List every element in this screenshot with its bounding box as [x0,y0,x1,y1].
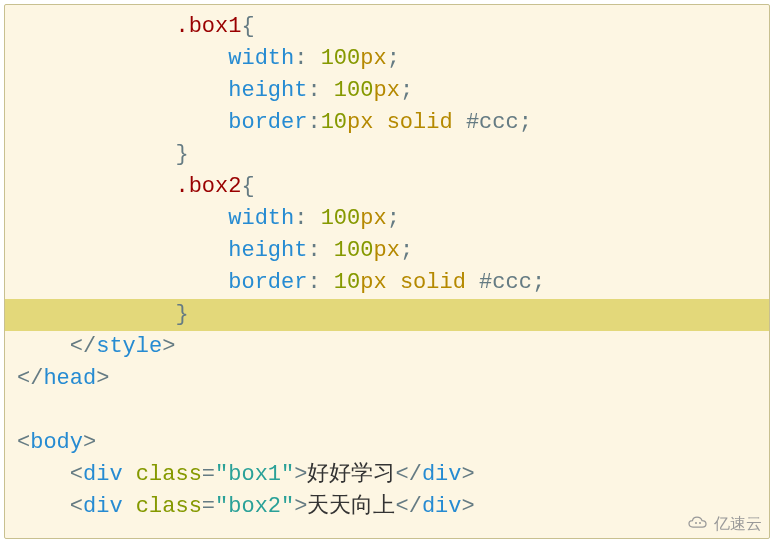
css-value-unit: px [360,46,386,71]
html-text: 天天向上 [307,494,395,519]
brace-open: { [241,174,254,199]
colon: : [307,270,320,295]
tag-bracket: > [461,494,474,519]
css-property: border [228,270,307,295]
semicolon: ; [387,46,400,71]
tag-slash: / [30,366,43,391]
css-value-keyword: solid [400,270,466,295]
tag-bracket: < [17,430,30,455]
css-value-unit: px [360,270,386,295]
code-editor: .box1{ width: 100px; height: 100px; bord… [4,4,770,539]
css-property: border [228,110,307,135]
css-value-unit: px [347,110,373,135]
code-line: </style> [5,331,769,363]
code-line: <body> [5,427,769,459]
css-selector: .box2 [175,174,241,199]
colon: : [294,206,307,231]
semicolon: ; [532,270,545,295]
code-line: } [5,139,769,171]
semicolon: ; [400,238,413,263]
css-value-color: #ccc [466,110,519,135]
css-value-number: 100 [334,78,374,103]
tag-bracket: < [17,366,30,391]
brace-close: } [175,142,188,167]
css-value-number: 10 [334,270,360,295]
code-line: .box2{ [5,171,769,203]
attr-name: class [136,462,202,487]
tag-bracket: < [70,462,83,487]
code-line: <div class="box2">天天向上</div> [5,491,769,523]
code-line: height: 100px; [5,75,769,107]
code-line: height: 100px; [5,235,769,267]
css-value-unit: px [373,78,399,103]
tag-name: head [43,366,96,391]
semicolon: ; [387,206,400,231]
tag-bracket: > [461,462,474,487]
css-value-color: #ccc [479,270,532,295]
watermark: 亿速云 [686,514,762,535]
tag-name: style [96,334,162,359]
tag-bracket: > [96,366,109,391]
code-line: border: 10px solid #ccc; [5,267,769,299]
tag-bracket: < [70,494,83,519]
semicolon: ; [519,110,532,135]
css-value-number: 100 [321,46,361,71]
code-line: width: 100px; [5,203,769,235]
svg-point-0 [695,522,697,524]
code-line: border:10px solid #ccc; [5,107,769,139]
css-selector: .box1 [175,14,241,39]
svg-point-1 [699,522,701,524]
cloud-icon [686,515,710,535]
css-property: height [228,238,307,263]
attr-value: "box1" [215,462,294,487]
css-property: height [228,78,307,103]
css-value-number: 100 [334,238,374,263]
colon: : [307,238,320,263]
css-value-number: 10 [321,110,347,135]
equals: = [202,494,215,519]
css-value-unit: px [373,238,399,263]
tag-name: body [30,430,83,455]
colon: : [307,110,320,135]
code-line: .box1{ [5,11,769,43]
css-value-number: 100 [321,206,361,231]
tag-name: div [83,494,123,519]
watermark-text: 亿速云 [714,514,762,535]
tag-name: div [422,494,462,519]
colon: : [294,46,307,71]
attr-value: "box2" [215,494,294,519]
colon: : [307,78,320,103]
code-line-highlighted: } [5,299,769,331]
attr-name: class [136,494,202,519]
css-value-keyword: solid [387,110,453,135]
brace-close: } [175,302,188,327]
tag-name: div [83,462,123,487]
tag-slash: / [409,462,422,487]
css-property: width [228,206,294,231]
css-property: width [228,46,294,71]
code-line-empty [5,395,769,427]
code-line: </head> [5,363,769,395]
tag-bracket: < [395,494,408,519]
tag-slash: / [83,334,96,359]
tag-bracket: > [162,334,175,359]
tag-slash: / [409,494,422,519]
html-text: 好好学习 [307,462,395,487]
brace-open: { [241,14,254,39]
tag-bracket: > [294,462,307,487]
semicolon: ; [400,78,413,103]
tag-bracket: > [83,430,96,455]
equals: = [202,462,215,487]
code-line: <div class="box1">好好学习</div> [5,459,769,491]
tag-bracket: > [294,494,307,519]
css-value-unit: px [360,206,386,231]
tag-name: div [422,462,462,487]
code-line: width: 100px; [5,43,769,75]
tag-bracket: < [395,462,408,487]
tag-bracket: < [70,334,83,359]
